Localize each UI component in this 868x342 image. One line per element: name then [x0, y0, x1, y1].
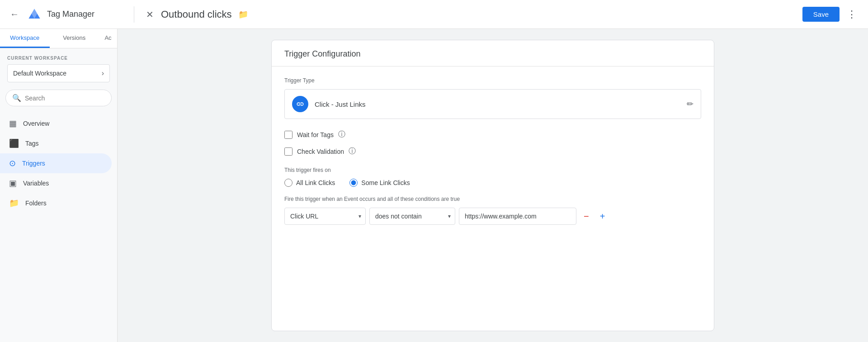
- edit-icon[interactable]: ✏: [687, 99, 693, 109]
- sidebar-item-folders[interactable]: 📁 Folders: [0, 193, 112, 213]
- card-title: Trigger Configuration: [284, 49, 360, 58]
- main-layout: Workspace Versions Ac CURRENT WORKSPACE …: [0, 29, 868, 342]
- sidebar: Workspace Versions Ac CURRENT WORKSPACE …: [0, 29, 118, 342]
- page-title: Outbound clicks: [161, 9, 232, 20]
- sidebar-item-tags[interactable]: ⬛ Tags: [0, 133, 112, 153]
- save-button[interactable]: Save: [802, 7, 840, 22]
- all-link-clicks-row[interactable]: All Link Clicks: [284, 179, 335, 187]
- radio-group: All Link Clicks Some Link Clicks: [284, 179, 701, 187]
- overview-icon: ▦: [9, 119, 17, 128]
- chevron-right-icon: ›: [102, 69, 104, 77]
- check-validation-checkbox[interactable]: [284, 147, 292, 156]
- search-input[interactable]: [25, 95, 105, 102]
- sidebar-item-triggers[interactable]: ⊙ Triggers: [0, 153, 112, 173]
- check-validation-row: Check Validation ⓘ: [284, 147, 701, 156]
- more-options-button[interactable]: ⋮: [843, 7, 861, 22]
- check-validation-label[interactable]: Check Validation: [297, 148, 344, 155]
- workspace-name: Default Workspace: [13, 70, 66, 77]
- search-icon: 🔍: [12, 94, 21, 102]
- triggers-icon: ⊙: [9, 158, 16, 168]
- conditions-label: Fire this trigger when an Event occurs a…: [284, 196, 701, 202]
- folder-icon-button[interactable]: 📁: [236, 8, 250, 21]
- add-condition-button[interactable]: +: [596, 209, 609, 223]
- card-body: Trigger Type Click - Just Links ✏: [272, 66, 714, 236]
- wait-for-tags-checkbox[interactable]: [284, 131, 292, 139]
- close-button[interactable]: ✕: [143, 6, 156, 23]
- topbar-divider: [134, 6, 134, 23]
- topbar: ← Tag Manager ✕ Outbound clicks 📁 Save ⋮: [0, 0, 868, 29]
- config-card: Trigger Configuration Trigger Type Click…: [271, 40, 714, 331]
- workspace-selector[interactable]: Default Workspace ›: [7, 64, 110, 82]
- checkboxes-section: Wait for Tags ⓘ Check Validation ⓘ: [284, 130, 701, 156]
- sidebar-item-label: Overview: [23, 120, 49, 127]
- workspace-label: CURRENT WORKSPACE: [7, 56, 110, 61]
- sidebar-item-variables[interactable]: ▣ Variables: [0, 173, 112, 193]
- condition-value-input[interactable]: [459, 208, 576, 225]
- operator-select-wrapper: contains does not contain equals starts …: [369, 208, 455, 225]
- wait-for-tags-row: Wait for Tags ⓘ: [284, 130, 701, 139]
- gtm-logo: [26, 6, 42, 23]
- sidebar-item-label: Tags: [25, 140, 39, 147]
- sidebar-item-overview[interactable]: ▦ Overview: [0, 114, 112, 133]
- trigger-type-name: Click - Just Links: [315, 100, 366, 108]
- wait-for-tags-help-icon[interactable]: ⓘ: [338, 130, 345, 139]
- topbar-center: ✕ Outbound clicks 📁: [143, 6, 797, 23]
- tags-icon: ⬛: [9, 138, 19, 148]
- folders-icon: 📁: [9, 198, 19, 208]
- variable-select[interactable]: Click URL Click Element Click Classes Cl…: [284, 208, 366, 225]
- app-name: Tag Manager: [47, 10, 94, 19]
- fires-on-section: This trigger fires on All Link Clicks So…: [284, 167, 701, 187]
- all-link-clicks-label[interactable]: All Link Clicks: [296, 179, 335, 186]
- tab-versions[interactable]: Versions: [50, 29, 99, 48]
- some-link-clicks-label[interactable]: Some Link Clicks: [361, 179, 410, 186]
- operator-select[interactable]: contains does not contain equals starts …: [369, 208, 455, 225]
- trigger-type-row[interactable]: Click - Just Links ✏: [284, 89, 701, 119]
- sidebar-tabs: Workspace Versions Ac: [0, 29, 117, 48]
- some-link-clicks-radio[interactable]: [349, 179, 358, 187]
- topbar-left: ← Tag Manager: [7, 6, 125, 23]
- workspace-section: CURRENT WORKSPACE Default Workspace ›: [0, 48, 117, 86]
- variable-select-wrapper: Click URL Click Element Click Classes Cl…: [284, 208, 366, 225]
- content-area: Trigger Configuration Trigger Type Click…: [118, 29, 868, 342]
- all-link-clicks-radio[interactable]: [284, 179, 292, 187]
- trigger-type-left: Click - Just Links: [292, 96, 366, 112]
- remove-condition-button[interactable]: −: [580, 209, 593, 223]
- tab-workspace[interactable]: Workspace: [0, 29, 50, 48]
- conditions-section: Fire this trigger when an Event occurs a…: [284, 196, 701, 225]
- wait-for-tags-label[interactable]: Wait for Tags: [297, 131, 334, 138]
- search-box[interactable]: 🔍: [5, 90, 112, 106]
- sidebar-item-label: Triggers: [22, 160, 45, 167]
- check-validation-help-icon[interactable]: ⓘ: [349, 147, 356, 156]
- back-button[interactable]: ←: [7, 6, 22, 22]
- fires-on-label: This trigger fires on: [284, 167, 701, 173]
- tab-admin[interactable]: Ac: [99, 29, 117, 48]
- trigger-type-label: Trigger Type: [284, 77, 701, 84]
- sidebar-item-label: Variables: [23, 180, 49, 187]
- link-icon: [296, 100, 304, 108]
- condition-row: Click URL Click Element Click Classes Cl…: [284, 208, 701, 225]
- topbar-actions: Save ⋮: [802, 7, 861, 22]
- card-header: Trigger Configuration: [272, 40, 714, 66]
- search-section: 🔍: [0, 86, 117, 110]
- variables-icon: ▣: [9, 178, 17, 188]
- nav-items: ▦ Overview ⬛ Tags ⊙ Triggers ▣ Variables…: [0, 110, 117, 217]
- trigger-icon-circle: [292, 96, 308, 112]
- sidebar-item-label: Folders: [25, 200, 47, 207]
- some-link-clicks-row[interactable]: Some Link Clicks: [349, 179, 410, 187]
